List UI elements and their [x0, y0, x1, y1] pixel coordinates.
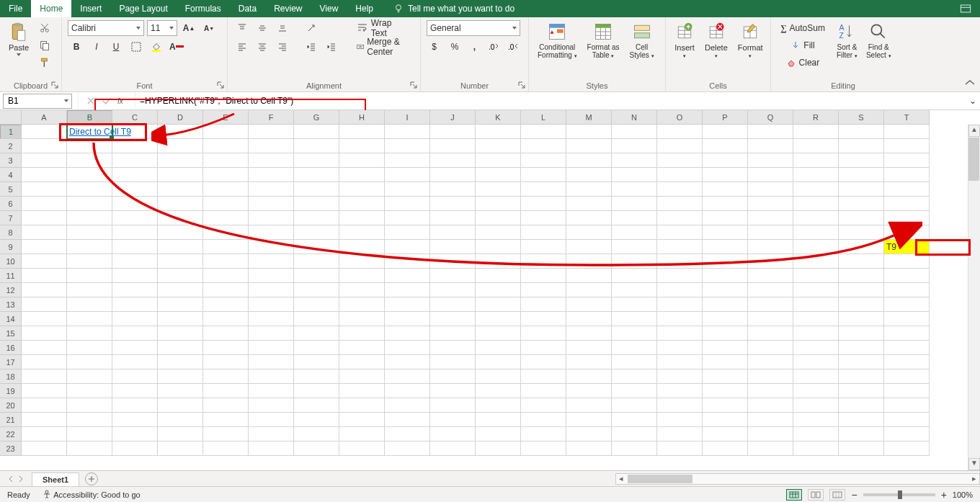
cell-K1[interactable]: [476, 125, 521, 139]
column-header-P[interactable]: P: [703, 110, 748, 125]
cell-A2[interactable]: [22, 139, 67, 153]
cell-S17[interactable]: [839, 355, 884, 369]
accounting-format-button[interactable]: $: [427, 39, 443, 55]
cell-N2[interactable]: [612, 139, 657, 153]
cell-N18[interactable]: [612, 369, 657, 384]
cell-A5[interactable]: [22, 182, 67, 197]
cell-Q15[interactable]: [748, 326, 793, 341]
view-page-layout-button[interactable]: [808, 489, 824, 501]
cell-B1[interactable]: Direct to Cell T9: [67, 125, 112, 139]
cell-G21[interactable]: [294, 413, 339, 427]
cell-B6[interactable]: [67, 197, 112, 211]
cell-F9[interactable]: [249, 240, 294, 254]
cell-I23[interactable]: [385, 442, 430, 456]
cell-R7[interactable]: [793, 211, 839, 225]
cell-D1[interactable]: [158, 125, 203, 139]
cell-J17[interactable]: [430, 355, 476, 369]
cell-N3[interactable]: [612, 153, 657, 168]
row-header-18[interactable]: 18: [0, 369, 22, 384]
cell-C6[interactable]: [112, 197, 158, 211]
cell-N17[interactable]: [612, 355, 657, 369]
cell-J8[interactable]: [430, 225, 476, 240]
row-header-10[interactable]: 10: [0, 254, 22, 269]
cell-P16[interactable]: [703, 341, 748, 355]
cell-A21[interactable]: [22, 413, 67, 427]
cell-S14[interactable]: [839, 312, 884, 326]
cell-Q1[interactable]: [748, 125, 793, 139]
cell-N19[interactable]: [612, 384, 657, 398]
cell-F6[interactable]: [249, 197, 294, 211]
cell-N22[interactable]: [612, 427, 657, 442]
cell-C18[interactable]: [112, 369, 158, 384]
increase-indent-button[interactable]: [323, 39, 340, 55]
cell-I14[interactable]: [385, 312, 430, 326]
cell-L11[interactable]: [521, 269, 566, 283]
cell-R22[interactable]: [793, 427, 839, 442]
cell-N4[interactable]: [612, 168, 657, 182]
cell-P23[interactable]: [703, 442, 748, 456]
column-header-N[interactable]: N: [612, 110, 657, 125]
cell-M21[interactable]: [566, 413, 612, 427]
cell-E10[interactable]: [203, 254, 249, 269]
column-header-B[interactable]: B: [67, 110, 112, 125]
cell-P15[interactable]: [703, 326, 748, 341]
column-header-O[interactable]: O: [657, 110, 703, 125]
tab-file[interactable]: File: [0, 0, 31, 17]
cell-T1[interactable]: [884, 125, 930, 139]
cell-C3[interactable]: [112, 153, 158, 168]
cell-M14[interactable]: [566, 312, 612, 326]
column-header-T[interactable]: T: [884, 110, 930, 125]
cell-N7[interactable]: [612, 211, 657, 225]
decrease-indent-button[interactable]: [303, 39, 320, 55]
cell-F3[interactable]: [249, 153, 294, 168]
cell-R19[interactable]: [793, 384, 839, 398]
cell-D4[interactable]: [158, 168, 203, 182]
cell-O6[interactable]: [657, 197, 703, 211]
cell-L21[interactable]: [521, 413, 566, 427]
cell-S19[interactable]: [839, 384, 884, 398]
tab-page-layout[interactable]: Page Layout: [110, 0, 176, 17]
cell-C15[interactable]: [112, 326, 158, 341]
cell-J21[interactable]: [430, 413, 476, 427]
cell-S12[interactable]: [839, 283, 884, 297]
cell-F17[interactable]: [249, 355, 294, 369]
cell-Q18[interactable]: [748, 369, 793, 384]
cell-C11[interactable]: [112, 269, 158, 283]
cell-F10[interactable]: [249, 254, 294, 269]
italic-button[interactable]: I: [88, 39, 105, 55]
cell-G15[interactable]: [294, 326, 339, 341]
cell-F19[interactable]: [249, 384, 294, 398]
cell-R18[interactable]: [793, 369, 839, 384]
row-header-1[interactable]: 1: [0, 125, 22, 139]
sheet-nav-next-icon[interactable]: [17, 475, 24, 483]
cell-L20[interactable]: [521, 398, 566, 413]
cell-I19[interactable]: [385, 384, 430, 398]
row-header-8[interactable]: 8: [0, 225, 22, 240]
cell-T18[interactable]: [884, 369, 930, 384]
cell-K17[interactable]: [476, 355, 521, 369]
cell-S6[interactable]: [839, 197, 884, 211]
cell-E22[interactable]: [203, 427, 249, 442]
cell-O18[interactable]: [657, 369, 703, 384]
cell-E3[interactable]: [203, 153, 249, 168]
cell-T14[interactable]: [884, 312, 930, 326]
cell-K7[interactable]: [476, 211, 521, 225]
borders-button[interactable]: [128, 39, 146, 55]
cell-I7[interactable]: [385, 211, 430, 225]
row-header-19[interactable]: 19: [0, 384, 22, 398]
cell-J13[interactable]: [430, 297, 476, 312]
row-header-6[interactable]: 6: [0, 197, 22, 211]
cell-G7[interactable]: [294, 211, 339, 225]
increase-decimal-button[interactable]: .0: [486, 39, 502, 55]
cell-H8[interactable]: [339, 225, 385, 240]
cell-J2[interactable]: [430, 139, 476, 153]
cell-O4[interactable]: [657, 168, 703, 182]
cell-G3[interactable]: [294, 153, 339, 168]
cell-T13[interactable]: [884, 297, 930, 312]
spreadsheet-grid[interactable]: ABCDEFGHIJKLMNOPQRST1Direct to Cell T923…: [0, 110, 980, 470]
cell-Q23[interactable]: [748, 442, 793, 456]
cell-S7[interactable]: [839, 211, 884, 225]
cell-E5[interactable]: [203, 182, 249, 197]
cell-I8[interactable]: [385, 225, 430, 240]
cell-O12[interactable]: [657, 283, 703, 297]
